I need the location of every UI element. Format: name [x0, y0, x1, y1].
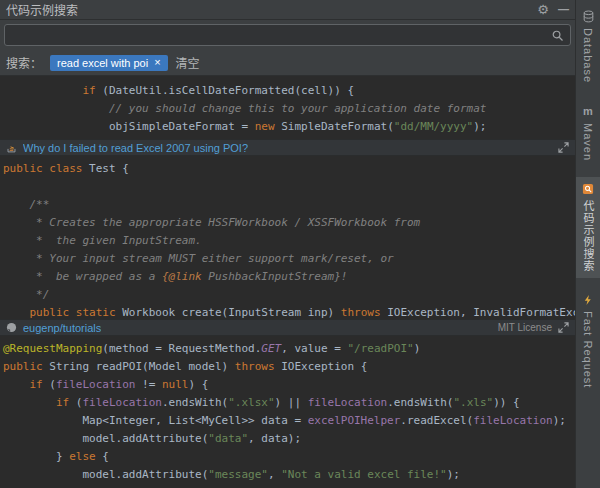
- expand-icon[interactable]: [558, 322, 569, 333]
- maven-icon: m: [583, 105, 593, 118]
- code-line: @RequestMapping(method = RequestMethod.G…: [3, 340, 575, 358]
- stripe-tab-code-search[interactable]: 代码示例搜索: [576, 177, 600, 278]
- search-icon: [551, 29, 564, 42]
- code-line: * the given InputStream.: [3, 232, 575, 250]
- stackoverflow-icon: [6, 142, 17, 153]
- code-line: * Your input stream MUST either support …: [3, 250, 575, 268]
- code-line: * Creates the appropriate HSSFWorkbook /…: [3, 214, 575, 232]
- code-line: public String readPOI(Model model) throw…: [3, 358, 575, 376]
- code-line: public class Test {: [3, 160, 575, 178]
- code-snippet-stackoverflow[interactable]: public class Test { /** * Creates the ap…: [0, 156, 575, 319]
- github-icon: [6, 322, 17, 333]
- code-line: /**: [3, 196, 575, 214]
- result-title-link[interactable]: Why do I failed to read Excel 2007 using…: [23, 142, 248, 154]
- code-line: // you should change this to your applic…: [3, 100, 575, 118]
- code-line: public static Workbook create(InputStrea…: [3, 304, 575, 319]
- fast-request-icon: [582, 294, 594, 306]
- stripe-tab-database[interactable]: Database: [576, 4, 600, 89]
- search-term-text: read excel with poi: [57, 57, 148, 69]
- search-history-label: 搜索：: [6, 54, 42, 71]
- code-snippet-github[interactable]: @RequestMapping(method = RequestMethod.G…: [0, 336, 575, 488]
- clear-button[interactable]: 清空: [176, 54, 200, 71]
- code-line: Map<Integer, List<MyCell>> data = excelP…: [3, 412, 575, 430]
- stripe-tab-label: Maven: [582, 123, 594, 161]
- code-line: model.addAttribute("data", data);: [3, 430, 575, 448]
- hide-icon[interactable]: —: [558, 4, 569, 15]
- license-badge: MIT License: [498, 322, 552, 333]
- tool-window-stripe: Database m Maven 代码示例搜索 Fast Request: [575, 0, 600, 488]
- stripe-tab-fast-request[interactable]: Fast Request: [576, 288, 600, 394]
- tool-window-title: 代码示例搜索: [6, 1, 528, 18]
- search-term-chip[interactable]: read excel with poi ×: [50, 55, 168, 71]
- code-line: * be wrapped as a {@link PushbackInputSt…: [3, 268, 575, 286]
- code-line: if (DateUtil.isCellDateFormatted(cell)) …: [3, 82, 575, 100]
- code-line: */: [3, 286, 575, 304]
- code-line: objSimpleDateFormat = new SimpleDateForm…: [3, 118, 575, 136]
- code-line: model.addAttribute("message", "Not a val…: [3, 466, 575, 484]
- result-title-link[interactable]: eugenp/tutorials: [23, 322, 101, 334]
- expand-icon[interactable]: [558, 142, 569, 153]
- stripe-tab-label: Fast Request: [582, 311, 594, 388]
- result-header-stackoverflow: Why do I failed to read Excel 2007 using…: [0, 139, 575, 156]
- search-bar: [0, 20, 575, 50]
- code-line: if (fileLocation != null) {: [3, 376, 575, 394]
- stripe-tab-maven[interactable]: m Maven: [576, 99, 600, 167]
- tool-window-header: 代码示例搜索 ⚙ —: [0, 0, 575, 20]
- code-line: } else {: [3, 448, 575, 466]
- search-input[interactable]: [11, 28, 551, 42]
- code-snippet-previous[interactable]: if (DateUtil.isCellDateFormatted(cell)) …: [0, 76, 575, 139]
- search-field[interactable]: [4, 24, 571, 46]
- stripe-tab-label: Database: [582, 28, 594, 83]
- code-search-plugin-icon: [582, 183, 594, 195]
- code-line: [3, 178, 575, 196]
- code-search-tool-window: 代码示例搜索 ⚙ — 搜索： read excel with poi × 清空 …: [0, 0, 600, 488]
- database-icon: [582, 10, 595, 23]
- main-panel: 代码示例搜索 ⚙ — 搜索： read excel with poi × 清空 …: [0, 0, 575, 488]
- stripe-tab-label: 代码示例搜索: [580, 200, 596, 272]
- chip-close-icon[interactable]: ×: [154, 57, 160, 68]
- search-history-row: 搜索： read excel with poi × 清空: [0, 50, 575, 76]
- gear-icon[interactable]: ⚙: [537, 3, 549, 16]
- code-line: if (fileLocation.endsWith(".xlsx") || fi…: [3, 394, 575, 412]
- result-header-github: eugenp/tutorials MIT License: [0, 319, 575, 336]
